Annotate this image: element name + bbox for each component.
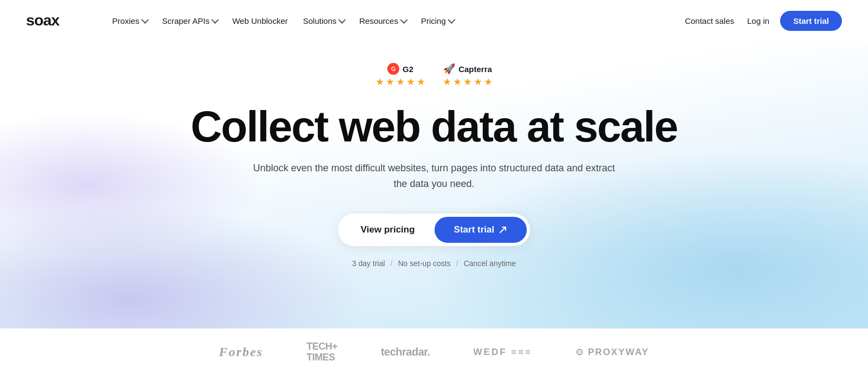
logo-techradar: techradar. [381, 346, 430, 358]
soax-logo-svg: soax [26, 12, 84, 29]
wedf-logo-text: WEDF ≡≡≡ [474, 347, 533, 358]
hero-title: Collect web data at scale [190, 104, 677, 150]
logo-forbes: Forbes [219, 345, 263, 359]
chevron-down-icon [400, 16, 407, 24]
nav-right: Contact sales Log in Start trial [682, 11, 842, 31]
capterra-icon: 🚀 [443, 63, 455, 75]
ratings-row: G G2 ★ ★ ★ ★ ★ 🚀 Capterra ★ ★ [375, 63, 493, 87]
login-link[interactable]: Log in [745, 12, 771, 30]
logos-section: Forbes TECH+TIMES techradar. WEDF ≡≡≡ ⊙ … [0, 328, 868, 374]
nav-item-scraper-apis[interactable]: Scraper APIs [156, 12, 224, 30]
navigation: soax Proxies Scraper APIs Web Unblocker … [0, 0, 868, 41]
trial-info: 3 day trial / No set-up costs / Cancel a… [352, 259, 516, 268]
star-1: ★ [443, 77, 451, 87]
capterra-label: Capterra [458, 65, 492, 74]
nav-item-pricing[interactable]: Pricing [414, 12, 460, 30]
g2-rating: G G2 ★ ★ ★ ★ ★ [375, 63, 425, 87]
start-trial-button[interactable]: Start trial [435, 217, 527, 243]
g2-logo: G [387, 63, 399, 75]
g2-label: G2 [403, 65, 413, 74]
divider-1: / [391, 259, 393, 268]
star-5-half: ★ [484, 77, 493, 87]
divider-2: / [456, 259, 458, 268]
no-setup: No set-up costs [398, 259, 450, 268]
techradar-logo-text: techradar. [381, 346, 430, 358]
forbes-logo-text: Forbes [219, 345, 263, 359]
star-4: ★ [474, 77, 482, 87]
nav-item-resources[interactable]: Resources [353, 12, 412, 30]
hero-content: G G2 ★ ★ ★ ★ ★ 🚀 Capterra ★ ★ [190, 63, 677, 268]
nav-start-trial-button[interactable]: Start trial [780, 11, 842, 31]
g2-brand: G G2 [387, 63, 413, 75]
svg-text:soax: soax [26, 12, 60, 29]
techtimes-logo-text: TECH+TIMES [307, 341, 337, 363]
capterra-brand: 🚀 Capterra [443, 63, 492, 75]
star-1: ★ [375, 77, 384, 87]
view-pricing-button[interactable]: View pricing [341, 217, 435, 243]
star-3: ★ [463, 77, 472, 87]
trial-days: 3 day trial [352, 259, 385, 268]
nav-links: Proxies Scraper APIs Web Unblocker Solut… [106, 12, 683, 30]
star-4: ★ [406, 77, 415, 87]
nav-item-proxies[interactable]: Proxies [106, 12, 154, 30]
nav-item-solutions[interactable]: Solutions [297, 12, 351, 30]
capterra-stars: ★ ★ ★ ★ ★ [443, 77, 493, 87]
star-3: ★ [396, 77, 405, 87]
chevron-down-icon [448, 16, 455, 24]
contact-sales-link[interactable]: Contact sales [682, 12, 736, 30]
logo-wedf: WEDF ≡≡≡ [474, 347, 533, 358]
star-2: ★ [453, 77, 462, 87]
hero-subtitle: Unblock even the most difficult websites… [250, 160, 618, 192]
logo-proxyway: ⊙ PROXYWAY [576, 346, 649, 358]
cancel-anytime: Cancel anytime [464, 259, 516, 268]
proxyway-logo-text: ⊙ PROXYWAY [576, 346, 649, 358]
g2-stars: ★ ★ ★ ★ ★ [375, 77, 425, 87]
star-5-half: ★ [417, 77, 425, 87]
chevron-down-icon [141, 16, 149, 24]
hero-section: G G2 ★ ★ ★ ★ ★ 🚀 Capterra ★ ★ [0, 41, 868, 328]
logo[interactable]: soax [26, 12, 84, 29]
capterra-rating: 🚀 Capterra ★ ★ ★ ★ ★ [443, 63, 493, 87]
chevron-down-icon [339, 16, 346, 24]
logo-techtimes: TECH+TIMES [307, 341, 337, 363]
nav-item-web-unblocker[interactable]: Web Unblocker [226, 12, 294, 30]
chevron-down-icon [212, 16, 219, 24]
external-link-icon [499, 225, 507, 234]
star-2: ★ [386, 77, 394, 87]
cta-row: View pricing Start trial [338, 214, 530, 246]
